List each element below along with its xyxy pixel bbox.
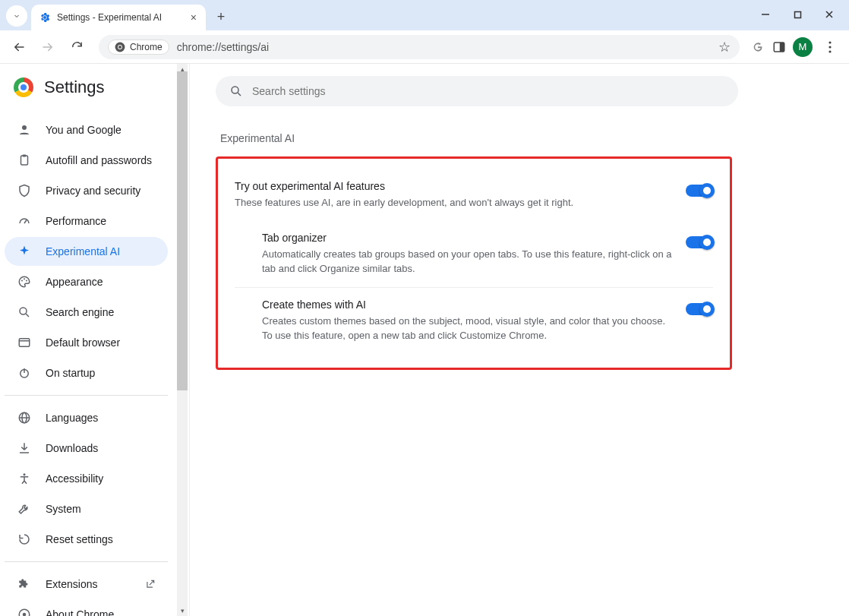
arrow-left-icon [12,40,26,54]
svg-point-5 [118,45,122,48]
close-icon [825,10,834,19]
panel-icon [772,40,786,54]
close-tab-button[interactable]: × [189,11,198,24]
sidebar-item-label: Search engine [46,306,114,318]
puzzle-icon [17,577,32,591]
section-title: Experimental AI [220,132,823,144]
new-tab-button[interactable]: + [210,6,232,27]
toggle-create-themes[interactable] [686,303,713,315]
sidebar-scrollbar-thumb[interactable] [177,71,188,390]
sparkle-icon [17,245,32,258]
maximize-button[interactable] [782,3,813,26]
google-icon[interactable] [750,39,765,55]
svg-point-15 [21,280,23,282]
tab-title: Settings - Experimental AI [57,12,183,23]
browser-toolbar: Chrome chrome://settings/ai ☆ M [0,30,849,64]
minimize-button[interactable] [750,3,781,26]
toggle-tab-organizer[interactable] [686,236,713,248]
chrome-logo-icon [14,77,33,97]
row-desc: These features use AI, are in early deve… [235,195,674,210]
bookmark-button[interactable]: ☆ [718,39,731,55]
clipboard-icon [17,153,32,167]
chip-label: Chrome [130,42,163,52]
sidebar-item-you-and-google[interactable]: You and Google [5,115,168,144]
sidebar-item-about[interactable]: About Chrome [5,600,168,616]
wrench-icon [17,502,32,516]
chrome-menu-button[interactable] [819,36,841,58]
download-icon [17,441,32,455]
reload-icon [71,40,84,53]
sidebar-item-autofill[interactable]: Autofill and passwords [5,146,168,175]
sidebar-separator [5,561,168,562]
site-chip[interactable]: Chrome [108,39,169,55]
sidebar-item-on-startup[interactable]: On startup [5,359,168,387]
browser-tab[interactable]: Settings - Experimental AI × [31,5,206,30]
row-title: Try out experimental AI features [235,180,674,192]
sidebar-item-performance[interactable]: Performance [5,207,168,235]
tab-search-button[interactable] [6,5,27,27]
address-bar[interactable]: Chrome chrome://settings/ai ☆ [99,35,740,59]
svg-rect-12 [21,156,28,165]
sidebar-item-extensions[interactable]: Extensions [5,570,168,599]
sidebar-item-label: Languages [46,412,98,424]
sidebar-item-privacy[interactable]: Privacy and security [5,176,168,205]
svg-point-29 [23,613,27,616]
main-content: Experimental AI Try out experimental AI … [190,64,849,616]
settings-search[interactable] [216,76,738,106]
sidebar-item-default-browser[interactable]: Default browser [5,328,168,357]
sidebar-item-reset[interactable]: Reset settings [5,525,168,554]
sidebar-item-label: Accessibility [46,472,103,485]
svg-point-11 [22,125,27,130]
accessibility-icon [17,472,32,485]
feature-row-tab-organizer: Tab organizer Automatically creates tab … [235,221,713,287]
svg-line-31 [238,93,241,96]
external-link-icon [145,579,156,589]
sidebar-item-system[interactable]: System [5,494,168,523]
side-panel-button[interactable] [772,39,787,55]
sidebar-item-label: System [46,503,81,515]
ai-features-card: Try out experimental AI features These f… [216,156,732,370]
svg-point-16 [24,278,25,280]
sidebar-item-experimental-ai[interactable]: Experimental AI [5,237,168,266]
svg-point-0 [43,16,46,19]
sidebar-item-label: Privacy and security [46,185,140,197]
sidebar-item-appearance[interactable]: Appearance [5,267,168,296]
sidebar-item-label: You and Google [46,124,122,136]
sidebar-item-label: On startup [46,367,95,379]
reload-button[interactable] [65,36,88,58]
toggle-master[interactable] [686,185,713,197]
maximize-icon [794,11,802,19]
forward-button[interactable] [36,36,59,58]
back-button[interactable] [8,36,30,58]
feature-row-create-themes: Create themes with AI Creates custom the… [235,287,713,354]
sidebar-item-accessibility[interactable]: Accessibility [5,464,168,493]
svg-point-27 [24,473,26,475]
settings-page: Settings You and Google Autofill and pas… [0,64,849,616]
svg-point-9 [828,46,831,48]
sidebar-item-languages[interactable]: Languages [5,403,168,432]
settings-search-input[interactable] [252,85,724,97]
g-logo-icon [751,40,765,54]
search-icon [229,84,243,98]
sidebar-item-label: Reset settings [46,533,113,545]
shield-icon [17,184,32,197]
sidebar-item-label: Performance [46,215,106,227]
close-window-button[interactable] [814,3,844,26]
sidebar-item-search-engine[interactable]: Search engine [5,298,168,327]
url-text: chrome://settings/ai [177,41,269,53]
search-icon [17,305,32,319]
avatar-letter: M [799,41,807,52]
scrollbar-down-button[interactable]: ▾ [177,605,188,616]
profile-avatar[interactable]: M [793,37,813,57]
svg-rect-2 [794,11,800,17]
sidebar-item-label: Autofill and passwords [46,154,152,166]
sidebar-separator [5,395,168,396]
feature-row-master: Try out experimental AI features These f… [235,169,713,221]
page-title: Settings [44,77,105,97]
gear-icon [39,11,51,24]
sidebar-item-downloads[interactable]: Downloads [5,434,168,463]
speedometer-icon [17,214,32,228]
globe-icon [17,411,32,425]
chrome-icon [115,42,125,52]
svg-point-18 [20,308,27,314]
